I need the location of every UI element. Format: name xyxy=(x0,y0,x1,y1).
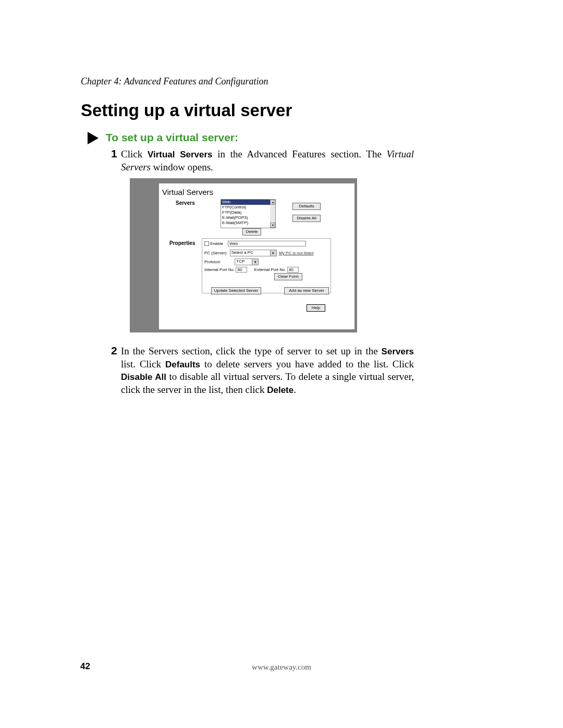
t: In the Servers section, click the type o… xyxy=(121,346,382,356)
enable-value-input[interactable]: Web xyxy=(228,241,306,246)
step1-text: Click Virtual Servers in the Advanced Fe… xyxy=(121,148,414,174)
chapter-header: Chapter 4: Advanced Features and Configu… xyxy=(81,76,268,87)
add-as-new-server-button[interactable]: Add as new Server xyxy=(284,287,329,294)
pc-server-label: PC (Server): xyxy=(204,251,227,255)
protocol-select[interactable]: TCP xyxy=(235,258,259,265)
my-pc-not-listed-link[interactable]: My PC is not listed xyxy=(279,251,313,255)
list-item[interactable]: E-Mail(SMTP) xyxy=(221,220,275,226)
external-port-label: External Port No. xyxy=(254,267,286,272)
enable-label: Enable xyxy=(210,241,223,246)
properties-box: Enable Web PC (Server): Select a PC My P… xyxy=(202,238,331,293)
internal-port-input[interactable]: 80 xyxy=(236,267,247,273)
play-arrow-icon xyxy=(88,132,99,144)
list-item[interactable]: E-Mail(POP3) xyxy=(221,215,275,220)
list-item[interactable]: FTP(Data) xyxy=(221,210,275,215)
step1-tail: window opens. xyxy=(151,162,213,172)
properties-label: Properties xyxy=(169,240,195,246)
protocol-label: Protocol: xyxy=(204,260,221,264)
bold-virtual-servers: Virtual Servers xyxy=(148,150,213,159)
internal-port-label: Internal Port No. xyxy=(204,267,235,272)
virtual-servers-screenshot: Virtual Servers Servers Web FTP(Control)… xyxy=(130,178,357,332)
bold-servers: Servers xyxy=(382,347,414,356)
step1-mid: in the Advanced Features section. The xyxy=(213,149,387,159)
bold-defaults: Defaults xyxy=(165,360,200,369)
panel-title: Virtual Servers xyxy=(162,188,213,196)
delete-button[interactable]: Delete xyxy=(242,228,261,236)
enable-checkbox[interactable] xyxy=(204,241,209,246)
help-button[interactable]: Help xyxy=(307,304,325,312)
screenshot-panel: Virtual Servers Servers Web FTP(Control)… xyxy=(159,183,354,329)
update-selected-server-button[interactable]: Update Selected Server xyxy=(211,287,261,294)
servers-label: Servers xyxy=(176,200,195,206)
clear-form-button[interactable]: Clear Form xyxy=(274,273,302,280)
t: to delete servers you have added to the … xyxy=(200,359,414,369)
procedure-heading: To set up a virtual server: xyxy=(106,131,238,144)
bold-disable-all: Disable All xyxy=(121,372,166,382)
step1-lead: Click xyxy=(121,149,148,159)
step-number-2: 2 xyxy=(111,344,117,357)
t: list. Click xyxy=(121,359,165,369)
t: . xyxy=(293,384,296,395)
external-port-input[interactable]: 80 xyxy=(287,267,299,273)
servers-listbox[interactable]: Web FTP(Control) FTP(Data) E-Mail(POP3) … xyxy=(221,199,276,228)
list-item[interactable]: FTP(Control) xyxy=(221,205,275,210)
step2-text: In the Servers section, click the type o… xyxy=(121,345,414,397)
scroll-up-icon[interactable]: ▴ xyxy=(270,200,275,205)
disable-all-button[interactable]: Disable All xyxy=(292,215,321,222)
scroll-down-icon[interactable]: ▾ xyxy=(270,223,275,228)
step-number-1: 1 xyxy=(111,147,117,160)
defaults-button[interactable]: Defaults xyxy=(292,203,321,210)
scrollbar[interactable]: ▴ ▾ xyxy=(270,200,275,228)
list-item[interactable]: Web xyxy=(221,200,275,205)
pc-server-select[interactable]: Select a PC xyxy=(230,250,277,256)
page-number: 42 xyxy=(80,661,90,672)
bold-delete: Delete xyxy=(267,385,293,395)
section-title: Setting up a virtual server xyxy=(81,101,292,120)
